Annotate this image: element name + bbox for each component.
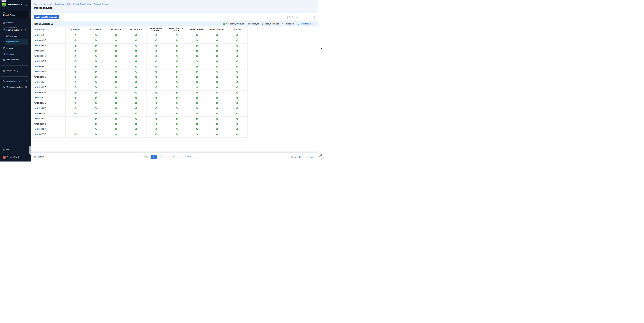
svg-text:?: ?: [3, 149, 4, 150]
